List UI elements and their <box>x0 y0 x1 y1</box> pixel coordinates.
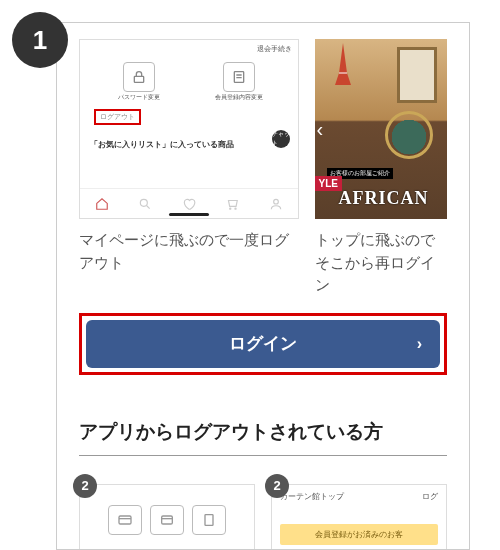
preview2-right: 2 カーテン館トップ ログ 会員登録がお済みのお客 <box>271 484 447 551</box>
login-button-label: ログイン <box>229 332 297 355</box>
home-indicator <box>169 213 209 216</box>
chevron-right-icon: › <box>417 335 422 353</box>
bottom-nav <box>80 188 298 218</box>
tokyo-tower-icon <box>333 43 353 85</box>
preview2-left: 2 <box>79 484 255 551</box>
screenshot2-left <box>79 484 255 551</box>
preview-row: 退会手続き パスワード変更 会員登録内容変更 <box>79 39 447 297</box>
preview-mypage: 退会手続き パスワード変更 会員登録内容変更 <box>79 39 299 297</box>
search-icon <box>137 196 153 212</box>
doc-icon <box>192 505 226 535</box>
svg-rect-8 <box>205 514 213 525</box>
wallet-icon <box>150 505 184 535</box>
login-highlight: ログイン › <box>79 313 447 375</box>
favorite-heading: 「お気に入りリスト」に入っている商品 <box>80 139 298 150</box>
form-icon <box>223 62 255 92</box>
svg-point-4 <box>235 208 236 209</box>
svg-rect-6 <box>119 516 131 524</box>
caption-left: マイページに飛ぶので一度ログアウト <box>79 229 299 274</box>
sub-badge-right: 2 <box>265 474 289 498</box>
svg-point-2 <box>141 199 148 206</box>
back-arrow-icon: ‹ <box>317 118 324 141</box>
svg-rect-7 <box>162 516 173 524</box>
lock-icon <box>123 62 155 92</box>
card-icon <box>108 505 142 535</box>
svg-point-3 <box>230 208 231 209</box>
mypage-withdraw-link: 退会手続き <box>257 44 292 54</box>
caption-right: トップに飛ぶのでそこから再ログイン <box>315 229 447 297</box>
tile-label: パスワード変更 <box>118 94 160 101</box>
mini2-yellow-banner: 会員登録がお済みのお客 <box>280 524 438 545</box>
preview-toppage: ‹ お客様のお部屋ご紹介 YLE AFRICAN トップに飛ぶのでそこから再ログ… <box>315 39 447 297</box>
tile-label: 会員登録内容変更 <box>215 94 263 101</box>
login-button[interactable]: ログイン › <box>86 320 440 368</box>
tile-password: パスワード変更 <box>94 62 184 101</box>
sub-badge-left: 2 <box>73 474 97 498</box>
mypage-screenshot: 退会手続き パスワード変更 会員登録内容変更 <box>79 39 299 219</box>
svg-rect-0 <box>134 76 143 82</box>
preview-row-2: 2 2 カーテン館トップ <box>79 484 447 551</box>
heart-icon <box>181 196 197 212</box>
user-icon <box>268 196 284 212</box>
logout-highlight: ログアウト <box>94 109 141 125</box>
chat-icon: チャット <box>272 130 290 148</box>
home-icon <box>94 196 110 212</box>
mypage-tiles: パスワード変更 会員登録内容変更 <box>80 58 298 103</box>
wall-art <box>397 47 437 103</box>
svg-point-5 <box>273 199 278 204</box>
section-heading: アプリからログアウトされている方 <box>79 419 447 456</box>
step-badge: 1 <box>12 12 68 68</box>
screenshot2-right: カーテン館トップ ログ 会員登録がお済みのお客 <box>271 484 447 551</box>
mini2-title: カーテン館トップ <box>280 491 344 502</box>
chair <box>385 111 433 159</box>
mini2-login-link: ログ <box>422 491 438 502</box>
instruction-frame: 退会手続き パスワード変更 会員登録内容変更 <box>56 22 470 550</box>
tile-member-info: 会員登録内容変更 <box>194 62 284 101</box>
banner-title: AFRICAN <box>339 188 429 209</box>
toppage-screenshot: ‹ お客様のお部屋ご紹介 YLE AFRICAN <box>315 39 447 219</box>
cart-icon <box>224 196 240 212</box>
